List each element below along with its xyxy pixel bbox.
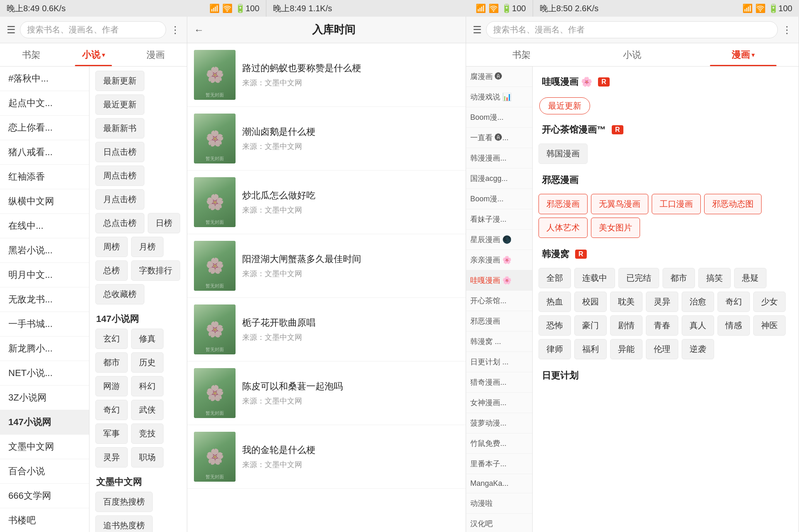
btn-danmei[interactable]: 耽美 [610, 292, 643, 312]
btn-juqing[interactable]: 剧情 [610, 315, 643, 336]
btn-haomen[interactable]: 豪门 [574, 315, 607, 336]
btn-qinggan[interactable]: 情感 [717, 315, 750, 336]
manga-sidebar-boluo[interactable]: 菠萝动漫... [466, 413, 532, 433]
sidebar-item-xinlong[interactable]: 新龙腾小... [0, 337, 89, 361]
btn-recent-update[interactable]: 最近更新 [95, 94, 144, 115]
sidebar-item-qidian[interactable]: 起点中文... [0, 91, 89, 116]
cat-kehuan[interactable]: 科幻 [131, 376, 164, 396]
waga-recent-btn[interactable]: 最近更新 [539, 97, 590, 114]
btn-gaoxiao[interactable]: 搞笑 [698, 268, 731, 288]
cat-zhuishu[interactable]: 追书热度榜 [95, 515, 153, 532]
sidebar-item-zaixian[interactable]: 在线中... [0, 214, 89, 238]
sidebar-item-zongheng[interactable]: 纵横中文网 [0, 189, 89, 214]
sidebar-item-lianshangnikan[interactable]: 恋上你看... [0, 116, 89, 140]
right-more-icon[interactable]: ⋮ [782, 24, 792, 36]
btn-wuyi[interactable]: 无翼鸟漫画 [591, 194, 648, 214]
right-menu-icon[interactable]: ☰ [473, 24, 482, 36]
btn-fuli[interactable]: 福利 [574, 339, 607, 359]
cat-xuanhuan[interactable]: 玄幻 [95, 329, 128, 349]
manga-sidebar-rigeng[interactable]: 日更计划 ... [466, 352, 532, 372]
sidebar-item-baihe[interactable]: 百合小说 [0, 459, 89, 484]
btn-xuanyi[interactable]: 悬疑 [734, 268, 767, 288]
btn-qihuan2[interactable]: 奇幻 [717, 292, 750, 312]
btn-quanbu[interactable]: 全部 [538, 268, 571, 288]
btn-qingchun[interactable]: 青春 [646, 315, 678, 336]
btn-xiaoyuan[interactable]: 校园 [574, 292, 607, 312]
book-item-5[interactable]: 暂无封面 栀子花开歌曲原唱 来源：文墨中文网 [187, 298, 466, 361]
btn-meinu[interactable]: 美女图片 [591, 218, 640, 238]
btn-shaonv[interactable]: 少女 [753, 292, 786, 312]
btn-month-rank[interactable]: 月点击榜 [95, 189, 144, 210]
book-item-4[interactable]: 暂无封面 阳澄湖大闸蟹蒸多久最佳时间 来源：文墨中文网 [187, 234, 466, 298]
manga-sidebar-guoman[interactable]: 国漫acgg... [466, 168, 532, 189]
left-search-box[interactable]: 搜索书名、漫画名、作者 [20, 21, 166, 38]
btn-kongbu[interactable]: 恐怖 [538, 315, 571, 336]
tab-manga-right[interactable]: 漫画 ▾ [688, 43, 799, 66]
manga-sidebar-qinqin[interactable]: 亲亲漫画 🌸 [466, 250, 532, 270]
sidebar-item-3z[interactable]: 3Z小说网 [0, 386, 89, 410]
cat-xiuzhen[interactable]: 修真 [131, 329, 164, 349]
book-item-3[interactable]: 暂无封面 炒北瓜怎么做好吃 来源：文墨中文网 [187, 171, 466, 234]
btn-liyi2[interactable]: 灵异 [646, 292, 678, 312]
btn-week-rank[interactable]: 周点击榜 [95, 166, 144, 186]
cat-liyi[interactable]: 灵异 [95, 447, 128, 468]
btn-xiee-manga[interactable]: 邪恶漫画 [538, 194, 588, 214]
book-item-1[interactable]: 暂无封面 路过的蚂蚁也要称赞是什么梗 来源：文墨中文网 [187, 43, 466, 107]
btn-zhiyu[interactable]: 治愈 [682, 292, 714, 312]
cat-junshi[interactable]: 军事 [95, 423, 128, 444]
book-item-7[interactable]: 暂无封面 我的金轮是什么梗 来源：文墨中文网 [187, 425, 466, 489]
btn-zhenren[interactable]: 真人 [682, 315, 714, 336]
sidebar-item-mingyue[interactable]: 明月中文... [0, 263, 89, 287]
btn-shenyi[interactable]: 神医 [753, 315, 786, 336]
btn-lvshi[interactable]: 律师 [538, 339, 571, 359]
btn-fav-rank[interactable]: 总收藏榜 [95, 284, 144, 304]
btn-day-rank[interactable]: 日点击榜 [95, 142, 144, 162]
manga-sidebar-fuman[interactable]: 腐漫画 🅐 [466, 67, 532, 87]
manga-sidebar-yizhikan[interactable]: 一直看 🅐... [466, 128, 532, 148]
manga-sidebar-boom2[interactable]: Boom漫... [466, 189, 532, 209]
btn-lianzaizhong[interactable]: 连载中 [574, 268, 615, 288]
btn-hanguo[interactable]: 韩国漫画 [538, 144, 588, 164]
manga-sidebar-hanmanwo[interactable]: 韩漫窝 ... [466, 332, 532, 352]
sidebar-item-hongxiu[interactable]: 红袖添香 [0, 165, 89, 189]
btn-rexue[interactable]: 热血 [538, 292, 571, 312]
sidebar-item-heiyan[interactable]: 黑岩小说... [0, 238, 89, 263]
cat-baidu-hot[interactable]: 百度热搜榜 [95, 492, 153, 512]
cat-zhichang[interactable]: 职场 [131, 447, 164, 468]
cat-lishi[interactable]: 历史 [131, 352, 164, 373]
manga-sidebar-lieqi[interactable]: 猎奇漫画... [466, 372, 532, 393]
manga-sidebar-hanman[interactable]: 韩漫漫画... [466, 148, 532, 168]
tab-bookshelf-left[interactable]: 书架 [0, 43, 62, 66]
sidebar-item-net[interactable]: NET小说... [0, 361, 89, 386]
btn-word-count[interactable]: 字数排行 [131, 260, 180, 281]
cat-jingji[interactable]: 竞技 [131, 423, 164, 444]
manga-sidebar-dongmanyxs[interactable]: 动漫戏说 📊 [466, 87, 532, 107]
book-item-2[interactable]: 暂无封面 潮汕卤鹅是什么梗 来源：文墨中文网 [187, 107, 466, 171]
btn-day-list[interactable]: 日榜 [148, 213, 180, 233]
btn-dushi2[interactable]: 都市 [663, 268, 695, 288]
btn-xiee-gif[interactable]: 邪恶动态图 [704, 194, 762, 214]
btn-lunli[interactable]: 伦理 [646, 339, 678, 359]
manga-sidebar-kanmeizi[interactable]: 看妹子漫... [466, 209, 532, 230]
cat-wuxia[interactable]: 武侠 [131, 400, 164, 420]
manga-sidebar-kaixin[interactable]: 开心茶馆... [466, 291, 532, 311]
btn-yiwanjie[interactable]: 已完结 [618, 268, 659, 288]
tab-bookshelf-right[interactable]: 书架 [466, 43, 577, 66]
btn-newest-book[interactable]: 最新新书 [95, 118, 144, 139]
tab-novel-right[interactable]: 小说 [577, 43, 687, 66]
btn-nixi[interactable]: 逆袭 [682, 339, 714, 359]
menu-icon[interactable]: ☰ [7, 24, 16, 36]
btn-yineng[interactable]: 异能 [610, 339, 643, 359]
manga-sidebar-waga[interactable]: 哇嘎漫画 🌸 [466, 270, 532, 291]
tab-manga-left[interactable]: 漫画 [124, 43, 187, 66]
btn-newest-update[interactable]: 最新更新 [95, 71, 144, 91]
manga-sidebar-zhushu[interactable]: 竹鼠免费... [466, 433, 532, 454]
sidebar-item-luoqiu[interactable]: #落秋中... [0, 67, 89, 91]
manga-sidebar-dongmanla[interactable]: 动漫啦 [466, 493, 532, 514]
sidebar-item-666[interactable]: 666文学网 [0, 484, 89, 508]
back-icon[interactable]: ← [194, 24, 204, 36]
btn-week-list[interactable]: 周榜 [95, 237, 128, 257]
left-more-icon[interactable]: ⋮ [170, 24, 180, 36]
manga-sidebar-mangaka[interactable]: MangaKa... [466, 474, 532, 493]
sidebar-item-wenmo[interactable]: 文墨中文网 [0, 435, 89, 459]
